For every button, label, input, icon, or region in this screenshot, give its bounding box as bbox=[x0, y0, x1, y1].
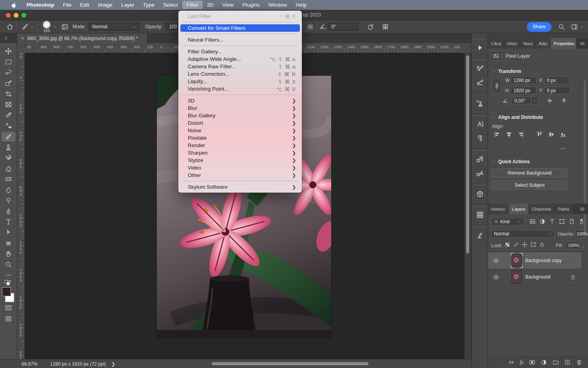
status-chevron-icon[interactable]: ❯ bbox=[111, 361, 115, 367]
layer-visibility-eye-icon[interactable] bbox=[493, 257, 499, 264]
tab-libra[interactable]: Libra bbox=[488, 38, 504, 49]
home-icon[interactable] bbox=[6, 23, 14, 31]
panel-menu-icon[interactable] bbox=[577, 38, 588, 49]
angle-value-field[interactable]: 0° bbox=[328, 23, 358, 31]
tab-paths[interactable]: Paths bbox=[555, 204, 573, 214]
align-more-icon[interactable] bbox=[560, 146, 566, 153]
menu-item-sharpen[interactable]: Sharpen❯ bbox=[180, 149, 300, 157]
menu-item-blur[interactable]: Blur❯ bbox=[180, 104, 300, 112]
hand-tool[interactable] bbox=[2, 249, 15, 259]
screen-mode-button[interactable] bbox=[2, 314, 15, 324]
adjustment-filter-icon[interactable] bbox=[539, 218, 546, 226]
healing-brush-tool[interactable] bbox=[2, 121, 15, 131]
menu-item-other[interactable]: Other❯ bbox=[180, 171, 300, 179]
panel-grip[interactable] bbox=[475, 206, 485, 207]
object-selection-tool[interactable] bbox=[2, 78, 15, 88]
layer-thumbnail[interactable] bbox=[512, 270, 522, 284]
x-position-field[interactable]: 0 px bbox=[544, 77, 570, 84]
type-filter-icon[interactable] bbox=[549, 218, 555, 226]
menu-item-camera-raw-filter[interactable]: Camera Raw Filter...⇧ ⌘ A bbox=[180, 63, 300, 70]
menu-item-stylize[interactable]: Stylize❯ bbox=[180, 157, 300, 164]
tab-channels[interactable]: Channels bbox=[529, 204, 555, 214]
menu-bar-item-select[interactable]: Select bbox=[159, 1, 182, 9]
width-field[interactable]: 1280 px bbox=[511, 77, 537, 84]
tab-adju[interactable]: Adju bbox=[535, 38, 551, 49]
menu-item-lens-correction[interactable]: Lens Correction...⇧ ⌘ R bbox=[180, 70, 300, 78]
align-center-v-icon[interactable] bbox=[548, 131, 555, 140]
panel-grip[interactable] bbox=[475, 226, 485, 228]
layer-visibility-eye-icon[interactable] bbox=[493, 274, 499, 281]
close-window-button[interactable] bbox=[6, 13, 11, 18]
tab-histc[interactable]: Histc bbox=[504, 38, 520, 49]
horizontal-scrollbar-thumb[interactable] bbox=[212, 362, 368, 365]
layer-thumbnail[interactable] bbox=[512, 254, 522, 267]
symmetry-butterfly-icon[interactable] bbox=[381, 23, 389, 31]
menu-bar-item-window[interactable]: Window bbox=[264, 1, 291, 9]
new-group-icon[interactable] bbox=[552, 359, 559, 366]
layers-opacity-field[interactable]: 100% bbox=[575, 230, 584, 238]
lock-transparent-icon[interactable] bbox=[505, 242, 510, 249]
history-brush-tool[interactable] bbox=[2, 153, 15, 163]
minimize-window-button[interactable] bbox=[14, 13, 18, 18]
menu-bar-item-filter[interactable]: Filter bbox=[182, 1, 203, 9]
menu-bar-item-help[interactable]: Help bbox=[291, 1, 311, 9]
vertical-scrollbar-thumb[interactable] bbox=[466, 55, 469, 253]
lock-artboard-icon[interactable] bbox=[530, 242, 536, 249]
align-right-icon[interactable] bbox=[517, 131, 524, 140]
y-position-field[interactable]: 0 px bbox=[544, 87, 570, 94]
add-mask-icon[interactable] bbox=[529, 359, 535, 366]
paragraph-styles-panel-icon[interactable] bbox=[474, 153, 486, 164]
menu-item-adaptive-wide-angle[interactable]: Adaptive Wide Angle...⌥ ⇧ ⌘ A bbox=[180, 55, 300, 63]
search-icon[interactable] bbox=[558, 23, 565, 31]
menu-bar-item-type[interactable]: Type bbox=[139, 1, 159, 9]
panel-toggle-icon[interactable] bbox=[61, 23, 69, 31]
menu-bar-item-image[interactable]: Image bbox=[94, 1, 117, 9]
kind-filter-select[interactable]: Kind bbox=[491, 218, 524, 226]
character-styles-panel-icon[interactable] bbox=[474, 168, 486, 179]
menu-item-blur-gallery[interactable]: Blur Gallery❯ bbox=[180, 112, 300, 119]
patterns-grid-panel-icon[interactable] bbox=[474, 209, 486, 220]
lasso-tool[interactable] bbox=[2, 67, 15, 77]
zoom-tool[interactable] bbox=[2, 260, 15, 270]
link-dimensions-button[interactable] bbox=[492, 78, 501, 93]
menu-item-video[interactable]: Video❯ bbox=[180, 164, 300, 171]
menu-item-filter-gallery[interactable]: Filter Gallery... bbox=[180, 48, 300, 55]
remove-background-button[interactable]: Remove Background bbox=[491, 168, 568, 177]
brush-settings-panel-icon[interactable] bbox=[474, 63, 486, 74]
panel-grip[interactable] bbox=[475, 115, 485, 116]
flip-horizontal-icon[interactable] bbox=[546, 97, 553, 106]
menu-item-render[interactable]: Render❯ bbox=[180, 142, 300, 149]
layer-name[interactable]: Background copy bbox=[525, 258, 581, 263]
menu-bar-item-layer[interactable]: Layer bbox=[117, 1, 139, 9]
fill-dropdown-icon[interactable] bbox=[581, 243, 585, 250]
layer-name[interactable]: Background bbox=[525, 274, 570, 280]
lock-move-icon[interactable] bbox=[522, 242, 528, 249]
menu-item-liquify[interactable]: Liquify...⇧ ⌘ X bbox=[180, 78, 300, 85]
panel-grip[interactable] bbox=[475, 94, 485, 95]
align-bottom-icon[interactable] bbox=[559, 131, 567, 140]
image-filter-icon[interactable] bbox=[529, 218, 536, 226]
filter-toggle-pill-icon[interactable] bbox=[578, 218, 585, 226]
rectangle-tool[interactable] bbox=[2, 239, 15, 248]
menu-item-skylum-software[interactable]: Skylum Software❯ bbox=[180, 183, 300, 191]
blur-tool[interactable] bbox=[2, 185, 15, 195]
crop-tool[interactable] bbox=[2, 89, 15, 99]
transform-section-header[interactable]: Transform bbox=[492, 69, 521, 74]
actions-play-panel-icon[interactable] bbox=[474, 42, 486, 53]
tab-navi[interactable]: Navi bbox=[520, 38, 535, 49]
brush-tool[interactable] bbox=[2, 132, 15, 142]
new-adjustment-icon[interactable] bbox=[541, 359, 547, 366]
menu-item-3d[interactable]: 3D❯ bbox=[180, 97, 300, 104]
zoom-window-button[interactable] bbox=[22, 13, 26, 18]
smart-object-filter-icon[interactable] bbox=[568, 218, 575, 226]
chevron-down-icon[interactable] bbox=[30, 25, 34, 29]
type-tool[interactable] bbox=[2, 217, 15, 227]
tab-properties[interactable]: Properties bbox=[551, 38, 577, 49]
menu-bar-item-photoshop[interactable]: Photoshop bbox=[22, 1, 59, 9]
align-center-h-icon[interactable] bbox=[505, 131, 513, 140]
layer-effects-fx-icon[interactable]: fx bbox=[520, 359, 524, 366]
document-tab[interactable]: × IMG_3588.jpg @ 66,7% (Background copy,… bbox=[17, 33, 147, 43]
smoothing-icon[interactable] bbox=[367, 23, 374, 31]
vertical-scrollbar[interactable] bbox=[465, 53, 471, 359]
menu-item-noise[interactable]: Noise❯ bbox=[180, 127, 300, 134]
